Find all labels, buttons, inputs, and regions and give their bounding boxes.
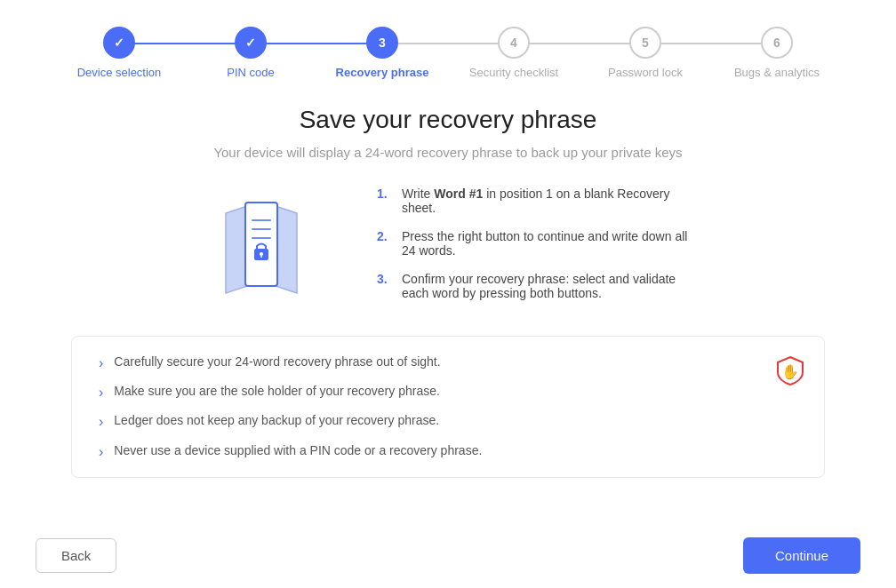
svg-point-7: [260, 252, 263, 256]
svg-text:✋: ✋: [781, 363, 799, 380]
info-box: Carefully secure your 24-word recovery p…: [71, 336, 825, 478]
step-circle: 5: [629, 27, 661, 59]
step-circle: ✓: [235, 27, 267, 59]
info-list-item: Carefully secure your 24-word recovery p…: [99, 354, 771, 371]
back-button[interactable]: Back: [36, 538, 116, 573]
recovery-illustration: [199, 187, 324, 302]
step-circle: 4: [498, 27, 530, 59]
stepper-item-recovery-phrase: 3Recovery phrase: [316, 27, 448, 79]
page-subtitle: Your device will display a 24-word recov…: [71, 145, 825, 160]
step-label: Device selection: [77, 66, 162, 79]
step-circle: 3: [366, 27, 398, 59]
continue-button[interactable]: Continue: [743, 537, 860, 574]
step-1: 1. Write Word #1 in position 1 on a blan…: [377, 187, 697, 215]
page-title: Save your recovery phrase: [71, 106, 825, 134]
stepper-item-security-checklist: 4Security checklist: [448, 27, 580, 79]
middle-section: 1. Write Word #1 in position 1 on a blan…: [71, 187, 825, 314]
footer: Back Continue: [0, 523, 896, 588]
step-2: 2. Press the right button to continue an…: [377, 229, 697, 258]
info-list-item: Make sure you are the sole holder of you…: [99, 384, 771, 401]
step-label: Recovery phrase: [336, 66, 429, 79]
instruction-steps: 1. Write Word #1 in position 1 on a blan…: [377, 187, 697, 314]
stepper-item-bugs-analytics: 6Bugs & analytics: [711, 27, 843, 79]
main-content: Save your recovery phrase Your device wi…: [0, 97, 896, 314]
info-list-item: Ledger does not keep any backup of your …: [99, 413, 771, 430]
stepper-item-pin-code: ✓PIN code: [185, 27, 316, 79]
stepper: ✓Device selection✓PIN code3Recovery phra…: [0, 0, 896, 97]
step-label: Password lock: [608, 66, 683, 79]
step-label: PIN code: [227, 66, 274, 79]
step-3: 3. Confirm your recovery phrase: select …: [377, 272, 697, 300]
step-label: Bugs & analytics: [734, 66, 820, 79]
stepper-item-device-selection: ✓Device selection: [53, 27, 185, 79]
info-list: Carefully secure your 24-word recovery p…: [99, 354, 771, 460]
info-list-item: Never use a device supplied with a PIN c…: [99, 443, 771, 460]
step-label: Security checklist: [469, 66, 558, 79]
shield-warning-icon: ✋: [774, 354, 806, 386]
stepper-item-password-lock: 5Password lock: [580, 27, 711, 79]
step-circle: 6: [761, 27, 793, 59]
step-circle: ✓: [103, 27, 135, 59]
